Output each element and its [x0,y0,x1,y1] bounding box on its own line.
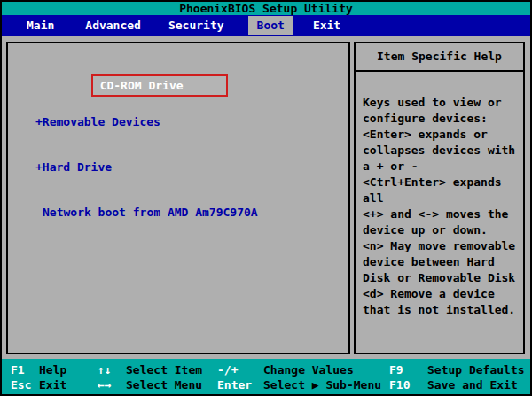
help-panel-text: Keys used to view or configure devices: … [356,72,523,318]
label-help: Help [39,362,98,377]
boot-item-cdrom-drive[interactable]: CD-ROM Drive [100,79,184,92]
label-save-and-exit: Save and Exit [427,377,530,392]
key-f9: F9 [389,362,427,377]
title-bar: PhoenixBIOS Setup Utility [2,2,530,15]
app-title: PhoenixBIOS Setup Utility [179,2,353,15]
label-exit: Exit [39,377,98,392]
legend-row-1: F1 Help ↑↓ Select Item -/+ Change Values… [2,362,530,377]
help-panel-title: Item Specific Help [356,43,523,72]
boot-device-list: CD-ROM Drive +Removable Devices +Hard Dr… [8,43,348,250]
annotation-highlight-box: CD-ROM Drive [91,74,228,97]
legend-row-2: Esc Exit ←→ Select Menu Enter Select ▶ S… [2,377,530,392]
tab-security[interactable]: Security [160,16,233,35]
key-updown-arrows-icon: ↑↓ [98,362,126,377]
label-setup-defaults: Setup Defaults [427,362,530,377]
item-specific-help-pane: Item Specific Help Keys used to view or … [354,42,525,354]
boot-priority-pane: CD-ROM Drive +Removable Devices +Hard Dr… [6,42,350,354]
key-legend-bar: F1 Help ↑↓ Select Item -/+ Change Values… [2,359,530,394]
label-select-menu: Select Menu [126,377,217,392]
boot-item-hard-drive[interactable]: +Hard Drive [35,159,348,175]
key-f1: F1 [11,362,39,377]
label-select-item: Select Item [126,362,217,377]
boot-item-removable-devices[interactable]: +Removable Devices [35,114,348,129]
tab-boot[interactable]: Boot [248,16,293,35]
main-area: CD-ROM Drive +Removable Devices +Hard Dr… [2,36,530,359]
label-select-sub-menu: Select ▶ Sub-Menu [263,377,389,392]
key-esc: Esc [11,377,39,392]
tab-advanced[interactable]: Advanced [76,16,150,35]
key-enter: Enter [217,377,263,392]
label-change-values: Change Values [263,362,389,377]
tab-main[interactable]: Main [18,16,63,35]
key-f10: F10 [389,377,427,392]
bios-setup-screen: PhoenixBIOS Setup Utility Main Advanced … [0,0,532,396]
menu-bar: Main Advanced Security Boot Exit [2,15,530,36]
boot-item-network-boot[interactable]: Network boot from AMD Am79C970A [35,205,348,220]
key-leftright-arrows-icon: ←→ [98,377,126,392]
key-minus-plus: -/+ [217,362,263,377]
tab-exit[interactable]: Exit [304,16,349,35]
